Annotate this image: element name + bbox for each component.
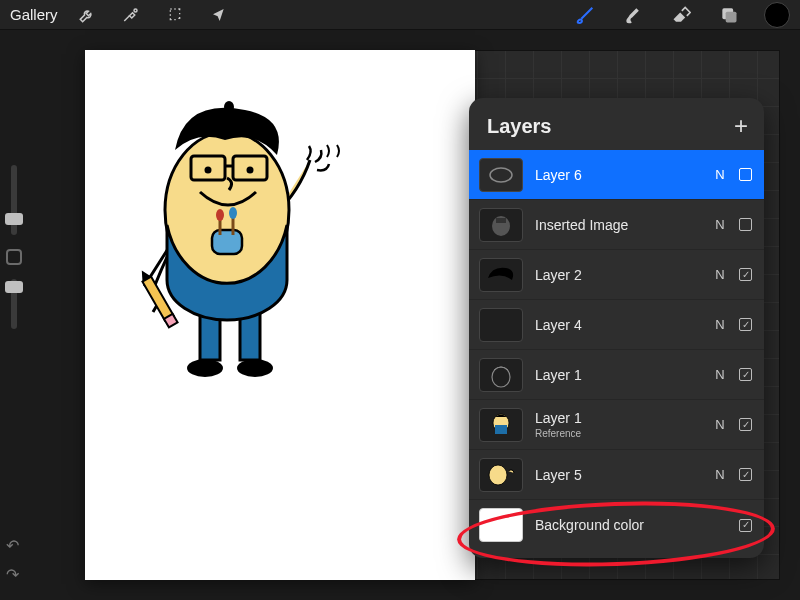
left-sidebar [0, 165, 28, 329]
svg-point-0 [134, 9, 137, 12]
svg-point-21 [224, 101, 234, 113]
blend-mode-button[interactable]: N [713, 217, 727, 232]
layers-icon[interactable] [716, 2, 742, 28]
layer-row-layer5[interactable]: Layer 5 N [469, 450, 764, 500]
svg-point-6 [237, 359, 273, 377]
visibility-checkbox[interactable] [739, 519, 752, 532]
layer-thumb [479, 408, 523, 442]
layer-row-layer1[interactable]: Layer 1 N [469, 350, 764, 400]
layer-name: Background color [535, 517, 701, 533]
blend-mode-button[interactable]: N [713, 267, 727, 282]
visibility-checkbox[interactable] [739, 468, 752, 481]
selection-icon[interactable] [164, 4, 186, 26]
eraser-icon[interactable] [668, 2, 694, 28]
visibility-checkbox[interactable] [739, 268, 752, 281]
wrench-icon[interactable] [76, 4, 98, 26]
layer-name: Layer 1 Reference [535, 410, 701, 439]
layer-thumb [479, 308, 523, 342]
svg-point-22 [490, 168, 512, 182]
artwork-character [105, 60, 365, 400]
top-toolbar: Gallery [0, 0, 800, 30]
layer-thumb [479, 358, 523, 392]
svg-point-15 [229, 207, 237, 219]
adjustments-icon[interactable] [120, 4, 142, 26]
undo-button[interactable]: ↶ [6, 536, 19, 555]
smudge-icon[interactable] [620, 2, 646, 28]
brush-icon[interactable] [572, 2, 598, 28]
modifier-button[interactable] [6, 249, 22, 265]
visibility-checkbox[interactable] [739, 318, 752, 331]
layer-thumb [479, 508, 523, 542]
layer-name: Layer 5 [535, 467, 701, 483]
layer-sublabel: Reference [535, 428, 701, 439]
layer-row-layer2[interactable]: Layer 2 N [469, 250, 764, 300]
layers-panel: Layers + Layer 6 N Inserted Image N Laye… [469, 98, 764, 558]
layer-name: Layer 4 [535, 317, 701, 333]
visibility-checkbox[interactable] [739, 418, 752, 431]
svg-rect-11 [212, 230, 242, 254]
add-layer-button[interactable]: + [734, 112, 748, 140]
transform-icon[interactable] [208, 4, 230, 26]
layer-name: Layer 6 [535, 167, 701, 183]
layer-row-layer6[interactable]: Layer 6 N [469, 150, 764, 200]
layer-name: Layer 1 [535, 367, 701, 383]
layers-panel-title: Layers [487, 115, 552, 138]
gallery-button[interactable]: Gallery [10, 6, 58, 23]
svg-rect-27 [495, 425, 507, 434]
svg-point-19 [205, 167, 212, 174]
blend-mode-button[interactable]: N [713, 317, 727, 332]
svg-rect-2 [726, 11, 737, 22]
svg-point-13 [216, 209, 224, 221]
svg-point-20 [247, 167, 254, 174]
layer-thumb [479, 158, 523, 192]
canvas[interactable] [85, 50, 475, 580]
layer-name: Inserted Image [535, 217, 701, 233]
blend-mode-button[interactable]: N [713, 467, 727, 482]
blend-mode-button[interactable]: N [713, 167, 727, 182]
layer-thumb [479, 458, 523, 492]
layer-thumb [479, 258, 523, 292]
layer-name: Layer 2 [535, 267, 701, 283]
layer-row-inserted-image[interactable]: Inserted Image N [469, 200, 764, 250]
opacity-slider[interactable] [11, 279, 17, 329]
visibility-checkbox[interactable] [739, 368, 752, 381]
visibility-checkbox[interactable] [739, 218, 752, 231]
visibility-checkbox[interactable] [739, 168, 752, 181]
layer-row-background-color[interactable]: Background color [469, 500, 764, 550]
layer-thumb [479, 208, 523, 242]
svg-rect-24 [496, 218, 506, 223]
brush-size-slider[interactable] [11, 165, 17, 235]
blend-mode-button[interactable]: N [713, 417, 727, 432]
layer-row-layer4[interactable]: Layer 4 N [469, 300, 764, 350]
redo-button[interactable]: ↷ [6, 565, 19, 584]
blend-mode-button[interactable]: N [713, 367, 727, 382]
svg-point-5 [187, 359, 223, 377]
layer-row-layer1-reference[interactable]: Layer 1 Reference N [469, 400, 764, 450]
canvas-container: Layers + Layer 6 N Inserted Image N Laye… [85, 50, 780, 580]
undo-redo-group: ↶ ↷ [6, 536, 19, 584]
color-swatch[interactable] [764, 2, 790, 28]
svg-point-28 [489, 465, 507, 485]
